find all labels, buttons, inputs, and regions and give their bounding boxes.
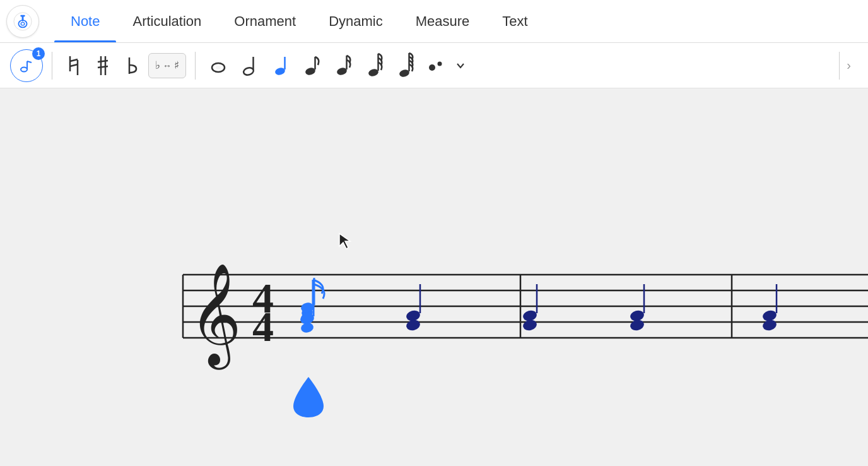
guitar-icon <box>13 12 32 31</box>
svg-line-12 <box>70 64 78 66</box>
arrow-symbol: ↔ <box>163 61 172 71</box>
tab-text[interactable]: Text <box>486 0 544 42</box>
quarter-note-button[interactable] <box>267 49 295 82</box>
tab-ornament[interactable]: Ornament <box>218 0 312 42</box>
enharmonic-button[interactable]: ♭ ↔ ♯ <box>148 53 186 78</box>
dotted-note-icon <box>427 56 446 75</box>
svg-text:𝄞: 𝄞 <box>189 265 242 370</box>
quarter-note-icon <box>274 54 289 78</box>
svg-point-32 <box>429 64 435 71</box>
tab-measure[interactable]: Measure <box>399 0 486 42</box>
nav-tabs: Note Articulation Ornament Dynamic Measu… <box>54 0 544 42</box>
whole-note-icon <box>209 56 228 75</box>
thirtysecond-note-icon <box>367 52 385 79</box>
svg-point-33 <box>438 61 442 66</box>
tab-dynamic[interactable]: Dynamic <box>312 0 399 42</box>
sixteenth-note-icon <box>336 54 353 78</box>
svg-line-16 <box>98 66 108 68</box>
toolbar-end: › <box>839 52 858 80</box>
music-staff-svg: 𝄞 4 4 <box>0 186 868 382</box>
flat-icon <box>126 55 138 76</box>
half-note-button[interactable] <box>236 49 264 82</box>
svg-line-15 <box>98 61 108 62</box>
note-input-button[interactable]: 1 <box>10 49 43 82</box>
svg-point-64 <box>761 318 777 332</box>
svg-point-19 <box>216 66 221 69</box>
svg-text:4: 4 <box>252 302 274 350</box>
eighth-note-icon <box>304 54 322 78</box>
toolbar-divider-1 <box>52 52 52 80</box>
flat-symbol: ♭ <box>155 59 160 72</box>
sixteenth-note-button[interactable] <box>331 49 358 82</box>
toolbar-divider-2 <box>195 52 196 80</box>
sharp-button[interactable] <box>90 49 115 82</box>
drop-shape <box>292 376 325 419</box>
note-input-badge: 1 <box>32 47 45 60</box>
main-content: 𝄞 4 4 <box>0 88 868 466</box>
note-input-icon <box>19 58 34 73</box>
eighth-note-button[interactable] <box>299 49 327 82</box>
thirtysecond-note-button[interactable] <box>362 49 390 82</box>
whole-note-button[interactable] <box>204 49 232 82</box>
svg-point-6 <box>21 67 27 71</box>
natural-button[interactable] <box>61 49 86 82</box>
dotted-note-button[interactable] <box>425 49 448 82</box>
svg-line-11 <box>70 59 78 61</box>
sharp-icon <box>96 55 110 76</box>
svg-rect-4 <box>20 15 25 16</box>
drop-indicator <box>292 376 325 419</box>
natural-icon <box>67 55 81 76</box>
app-icon-button[interactable] <box>6 5 39 38</box>
top-nav-bar: Note Articulation Ornament Dynamic Measu… <box>0 0 868 43</box>
sharp-symbol: ♯ <box>174 59 179 72</box>
tab-articulation[interactable]: Articulation <box>116 0 218 42</box>
duration-dropdown-button[interactable] <box>452 49 469 82</box>
svg-point-55 <box>405 318 421 332</box>
tab-note[interactable]: Note <box>54 0 116 42</box>
sixtyfourth-note-button[interactable] <box>394 49 421 82</box>
svg-point-61 <box>629 318 645 332</box>
flat-button[interactable] <box>119 49 144 82</box>
note-toolbar: 1 ♭ ↔ ♯ <box>0 43 868 88</box>
svg-line-8 <box>27 61 32 63</box>
half-note-icon <box>242 54 257 78</box>
chevron-down-icon <box>455 61 466 71</box>
sixtyfourth-note-icon <box>398 52 417 80</box>
svg-point-58 <box>522 318 537 332</box>
svg-point-51 <box>300 322 315 334</box>
